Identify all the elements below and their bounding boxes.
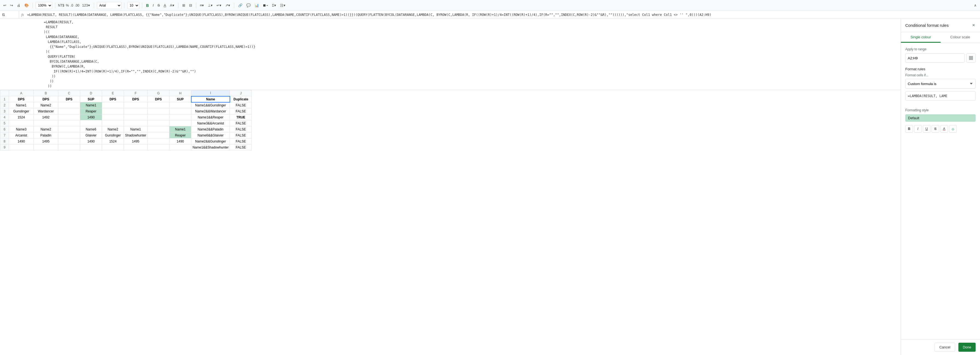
cell-r1-c1[interactable]: DPS <box>9 96 33 102</box>
cell-r3-c10[interactable]: FALSE <box>230 108 252 114</box>
cell-r7-c5[interactable]: Gunslinger <box>102 132 124 138</box>
valign-button[interactable]: ⊥▾ <box>207 2 214 8</box>
cell-r3-c4[interactable]: Reaper <box>80 108 102 114</box>
cell-r1-c9[interactable]: Name <box>191 96 230 102</box>
cell-r7-c1[interactable]: Arcanist <box>9 132 33 138</box>
comment-button[interactable]: 💬 <box>245 2 252 8</box>
cell-r4-c9[interactable]: Name1&&Reaper <box>191 114 230 120</box>
cell-r4-c3[interactable] <box>58 114 80 120</box>
cell-r2-c8[interactable] <box>169 102 191 108</box>
format-condition-select[interactable]: Custom formula is <box>905 79 975 89</box>
cell-r8-c9[interactable]: Name2&&Gunslinger <box>191 138 230 144</box>
cell-r2-c5[interactable] <box>102 102 124 108</box>
align-button[interactable]: ≡▾ <box>199 2 205 8</box>
note-button[interactable]: 注▾ <box>279 2 286 9</box>
cell-r2-c6[interactable] <box>124 102 148 108</box>
cell-r7-c8[interactable]: Reaper <box>169 132 191 138</box>
cell-r9-c1[interactable] <box>9 144 33 151</box>
col-header-h[interactable]: H <box>169 90 191 96</box>
cell-r3-c2[interactable]: Wardancer <box>33 108 58 114</box>
cell-r9-c2[interactable] <box>33 144 58 151</box>
underline-button[interactable]: A <box>162 2 167 8</box>
cell-r1-c3[interactable]: DPS <box>58 96 80 102</box>
cell-r1-c10[interactable]: Duplicate <box>230 96 252 102</box>
range-input[interactable] <box>905 53 965 63</box>
cell-r5-c7[interactable] <box>148 120 169 126</box>
cell-r4-c8[interactable] <box>169 114 191 120</box>
formula-value-input[interactable] <box>905 91 975 101</box>
cell-r6-c9[interactable]: Name2&&Paladin <box>191 126 230 132</box>
cell-r5-c10[interactable]: FALSE <box>230 120 252 126</box>
cell-r4-c7[interactable] <box>148 114 169 120</box>
cell-r5-c5[interactable] <box>102 120 124 126</box>
cell-r8-c7[interactable] <box>148 138 169 144</box>
cell-r1-c2[interactable]: DPS <box>33 96 58 102</box>
zoom-select[interactable]: 100% <box>36 2 52 9</box>
style-textcolor-button[interactable]: A <box>940 125 948 133</box>
cell-r4-c10[interactable]: TRUE <box>230 114 252 120</box>
strikethrough-button[interactable]: S <box>156 2 161 8</box>
redo-button[interactable]: ↪ <box>9 2 14 8</box>
cell-r8-c3[interactable] <box>58 138 80 144</box>
cell-r5-c3[interactable] <box>58 120 80 126</box>
cell-r7-c6[interactable]: Shadowhunter <box>124 132 148 138</box>
chart-button[interactable]: 📊 <box>253 2 260 8</box>
undo-button[interactable]: ↩ <box>2 2 7 8</box>
row-header-4[interactable]: 4 <box>0 114 9 120</box>
cell-r2-c2[interactable]: Name2 <box>33 102 58 108</box>
tab-single-colour[interactable]: Single colour <box>901 32 940 43</box>
font-select[interactable]: Arial <box>97 2 121 9</box>
cell-r7-c7[interactable] <box>148 132 169 138</box>
col-header-a[interactable]: A <box>9 90 33 96</box>
cell-r2-c1[interactable]: Name1 <box>9 102 33 108</box>
style-strikethrough-button[interactable]: S <box>932 125 939 133</box>
cell-r1-c8[interactable]: SUP <box>169 96 191 102</box>
cell-r6-c2[interactable]: Name2 <box>33 126 58 132</box>
done-button[interactable]: Done <box>958 343 975 352</box>
cell-r6-c1[interactable]: Name3 <box>9 126 33 132</box>
format123-button[interactable]: 123▾ <box>81 2 91 8</box>
cell-r9-c4[interactable] <box>80 144 102 151</box>
cell-r9-c8[interactable] <box>169 144 191 151</box>
cell-r2-c4[interactable]: Name1 <box>80 102 102 108</box>
style-fillcolor-button[interactable]: ◆ <box>949 125 957 133</box>
cell-r9-c6[interactable] <box>124 144 148 151</box>
cell-r5-c4[interactable] <box>80 120 102 126</box>
row-header-5[interactable]: 5 <box>0 120 9 126</box>
cell-r3-c5[interactable] <box>102 108 124 114</box>
cell-r3-c3[interactable] <box>58 108 80 114</box>
paint-button[interactable]: 🎨 <box>23 2 30 8</box>
cell-r8-c6[interactable]: 1495 <box>124 138 148 144</box>
cell-r9-c10[interactable]: FALSE <box>230 144 252 151</box>
cell-r2-c3[interactable] <box>58 102 80 108</box>
cell-r8-c10[interactable]: FALSE <box>230 138 252 144</box>
cell-r2-c10[interactable]: FALSE <box>230 102 252 108</box>
cell-r9-c9[interactable]: Name1&&Shadowhunter <box>191 144 230 151</box>
cell-r3-c7[interactable] <box>148 108 169 114</box>
cell-r7-c4[interactable]: Glaivier <box>80 132 102 138</box>
style-underline-button[interactable]: U <box>923 125 931 133</box>
cell-r3-c1[interactable]: Gunslinger <box>9 108 33 114</box>
cell-r8-c1[interactable]: 1490 <box>9 138 33 144</box>
style-italic-button[interactable]: I <box>914 125 922 133</box>
print-button[interactable]: 🖨 <box>16 2 22 8</box>
italic-button[interactable]: I <box>152 2 155 8</box>
collapse-button[interactable]: ∧ <box>973 2 978 8</box>
col-header-d[interactable]: D <box>80 90 102 96</box>
cell-r1-c4[interactable]: SUP <box>80 96 102 102</box>
cell-r8-c5[interactable]: 1524 <box>102 138 124 144</box>
col-header-c[interactable]: C <box>58 90 80 96</box>
range-picker-button[interactable] <box>966 53 975 63</box>
wrap-button[interactable]: ↵▾ <box>215 2 223 8</box>
formula-input[interactable] <box>26 13 980 17</box>
cell-r3-c8[interactable] <box>169 108 191 114</box>
cell-r5-c1[interactable] <box>9 120 33 126</box>
cell-r6-c4[interactable]: Name6 <box>80 126 102 132</box>
cell-ref-input[interactable]: I1 <box>0 11 19 18</box>
cell-r6-c6[interactable]: Name1 <box>124 126 148 132</box>
filter-button[interactable]: ⏹▾ <box>262 2 269 8</box>
cell-r9-c7[interactable] <box>148 144 169 151</box>
cell-r4-c5[interactable] <box>102 114 124 120</box>
cell-r6-c8[interactable]: Name1 <box>169 126 191 132</box>
function-button[interactable]: Σ▾ <box>271 2 277 8</box>
